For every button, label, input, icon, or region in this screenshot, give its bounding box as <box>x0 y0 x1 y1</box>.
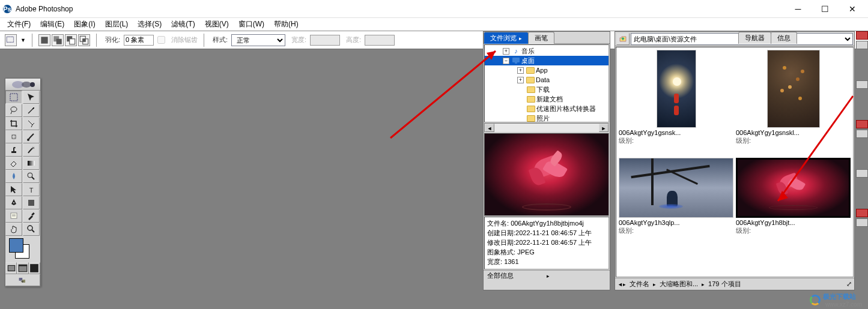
tree-item-desktop[interactable]: −桌面 <box>485 56 609 65</box>
menu-filter[interactable]: 滤镜(T) <box>166 19 199 31</box>
maximize-button[interactable]: ☐ <box>812 1 839 17</box>
menu-layer[interactable]: 图层(L) <box>100 19 133 31</box>
meta-created: 2022-11-21 08:46:57 上午 <box>515 229 592 236</box>
history-brush-tool[interactable] <box>23 143 40 157</box>
thumbnail-item[interactable]: 006AkgtYgy1h3qlp... 级别: <box>619 158 733 263</box>
dodge-tool[interactable] <box>23 170 40 183</box>
panel-close-button[interactable] <box>856 31 868 40</box>
collapse-icon[interactable]: − <box>503 58 509 64</box>
gradient-tool[interactable] <box>23 157 40 170</box>
fullscreen-button[interactable] <box>29 262 40 274</box>
tab-brushes[interactable]: 画笔 <box>528 32 554 44</box>
folder-tree[interactable]: +♪音乐 −桌面 +App +Data 下载 新建文档 优速图片格式转换器 照片 <box>484 44 609 122</box>
tree-item-newdoc[interactable]: 新建文档 <box>485 94 609 104</box>
panel-collapse-button[interactable] <box>856 130 868 138</box>
style-select[interactable]: 正常 <box>231 34 285 46</box>
lasso-tool[interactable] <box>5 104 22 117</box>
thumbnail-item[interactable]: 006AkgtYgy1gsnsk... 级别: <box>619 50 733 155</box>
feather-input[interactable] <box>124 35 154 46</box>
dropdown-icon[interactable]: ▼ <box>20 37 26 43</box>
tree-item-music[interactable]: +♪音乐 <box>485 46 609 56</box>
foreground-color[interactable] <box>9 238 23 253</box>
expand-icon[interactable]: + <box>517 77 524 83</box>
desktop-icon <box>512 57 520 64</box>
current-tool-icon[interactable] <box>5 34 17 46</box>
wand-tool[interactable] <box>23 104 40 117</box>
file-browser-panel: 文件浏览 画笔 +♪音乐 −桌面 +App +Data 下载 新建文档 优速图片… <box>483 31 610 290</box>
svg-text:T: T <box>29 187 34 194</box>
tree-hscroll[interactable]: ◄► <box>484 123 609 133</box>
eyedropper-tool[interactable] <box>23 209 40 223</box>
stamp-tool[interactable] <box>5 143 22 157</box>
path-select-tool[interactable] <box>5 183 22 196</box>
svg-rect-25 <box>31 212 35 216</box>
crop-tool[interactable] <box>5 117 22 130</box>
selection-new-button[interactable] <box>38 34 50 46</box>
menu-select[interactable]: 选择(S) <box>133 19 166 31</box>
panel-collapse-button[interactable] <box>856 169 868 178</box>
shape-tool[interactable] <box>23 196 40 209</box>
up-folder-button[interactable] <box>616 33 630 45</box>
tree-item-downloads[interactable]: 下载 <box>485 85 609 94</box>
expand-icon[interactable]: ⤢ <box>846 280 852 288</box>
sort-by-dropdown[interactable]: 文件名 <box>630 280 649 289</box>
slice-tool[interactable] <box>23 117 40 130</box>
tab-file-browser[interactable]: 文件浏览 <box>484 32 529 44</box>
preview-pane <box>484 133 609 216</box>
panel-collapse-button[interactable] <box>856 80 868 89</box>
panel-collapse-button[interactable] <box>856 218 868 227</box>
marquee-tool[interactable] <box>5 91 22 104</box>
menu-view[interactable]: 视图(V) <box>200 19 234 31</box>
type-tool[interactable]: T <box>23 183 40 196</box>
eraser-tool[interactable] <box>5 157 22 170</box>
selection-intersect-button[interactable] <box>78 34 90 46</box>
tree-item-converter[interactable]: 优速图片格式转换器 <box>485 104 609 113</box>
jump-to-imageready[interactable] <box>5 274 40 286</box>
zoom-tool[interactable] <box>23 223 40 236</box>
prev-icon[interactable]: ◄▸ <box>618 281 626 287</box>
thumbnail-grid[interactable]: 006AkgtYgy1gsnsk... 级别: 006AkgtYgy1gsnsk… <box>616 47 854 277</box>
thumbnail-item-selected[interactable]: 006AkgtYgy1h8bjt... 级别: <box>736 158 851 263</box>
all-info-dropdown[interactable]: 全部信息 <box>487 271 547 280</box>
blur-tool[interactable] <box>5 170 22 183</box>
minimize-button[interactable]: ─ <box>785 1 812 17</box>
selection-subtract-button[interactable] <box>65 34 77 46</box>
menu-image[interactable]: 图象(I) <box>69 19 100 31</box>
thumbnail-item[interactable]: 006AkgtYgy1gsnskl... 级别: <box>736 50 851 155</box>
tab-navigator[interactable]: 导航器 <box>738 32 771 44</box>
meta-format: JPEG <box>517 248 535 256</box>
panel-close-button[interactable] <box>856 120 868 128</box>
view-mode-dropdown[interactable]: 大缩略图和... <box>660 280 698 289</box>
fullscreen-menu-button[interactable] <box>17 262 28 274</box>
heal-tool[interactable] <box>5 130 22 143</box>
pen-tool[interactable] <box>5 196 22 209</box>
palette-header[interactable] <box>5 79 40 91</box>
panel-collapse-button[interactable] <box>856 41 868 49</box>
svg-rect-27 <box>8 265 14 271</box>
selection-add-button[interactable] <box>52 34 64 46</box>
menu-window[interactable]: 窗口(W) <box>234 19 269 31</box>
expand-icon[interactable]: + <box>517 67 524 74</box>
menu-edit[interactable]: 编辑(E) <box>35 19 69 31</box>
hand-tool[interactable] <box>5 223 22 236</box>
panel-footer: 全部信息 ▸ <box>484 270 610 281</box>
notes-tool[interactable] <box>5 209 22 223</box>
panel-close-button[interactable] <box>856 209 868 217</box>
tree-item-app[interactable]: +App <box>485 65 609 75</box>
expand-icon[interactable]: + <box>503 48 509 55</box>
close-button[interactable]: ✕ <box>839 1 866 17</box>
tab-info[interactable]: 信息 <box>771 32 797 44</box>
folder-icon <box>527 115 535 122</box>
menu-file[interactable]: 文件(F) <box>2 19 35 31</box>
move-tool[interactable] <box>23 91 40 104</box>
tree-label: App <box>536 67 548 74</box>
menu-help[interactable]: 帮助(H) <box>269 19 303 31</box>
panel-menu-icon[interactable]: ▸ <box>547 273 606 279</box>
tree-label: 优速图片格式转换器 <box>536 104 596 113</box>
jump-to-group <box>5 274 40 286</box>
svg-rect-30 <box>30 264 38 272</box>
tree-item-photos[interactable]: 照片 <box>485 113 609 122</box>
standard-mode-button[interactable] <box>5 262 17 274</box>
brush-tool[interactable] <box>23 130 40 143</box>
tree-item-data[interactable]: +Data <box>485 75 609 85</box>
